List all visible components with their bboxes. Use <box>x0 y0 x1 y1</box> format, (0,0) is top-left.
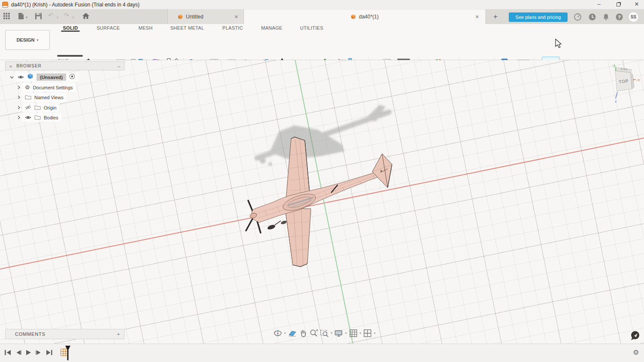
chevron-down-icon[interactable] <box>9 76 15 79</box>
see-plans-button[interactable]: See plans and pricing <box>509 12 568 22</box>
fusion-app-icon <box>2 2 8 8</box>
viewcube[interactable]: BACK TOP Y -X Z <box>605 64 641 106</box>
chevron-right-icon[interactable] <box>16 106 22 110</box>
extensions-icon[interactable] <box>574 13 581 20</box>
close-button[interactable]: ✕ <box>630 0 643 9</box>
file-menu-caret-icon[interactable]: ▾ <box>26 15 27 19</box>
timeline-bar: ⚙ <box>0 344 644 362</box>
home-icon[interactable] <box>82 13 89 21</box>
tree-item-label[interactable]: Named Views <box>34 95 64 100</box>
titlebar: da40*(1) (Krish) - Autodesk Fusion (Tria… <box>0 0 644 9</box>
ribbon-tab-utilities[interactable]: UTILITIES <box>300 25 323 30</box>
visibility-off-eye-icon[interactable] <box>25 104 31 112</box>
restore-icon <box>617 3 620 6</box>
app-grid-icon[interactable] <box>3 13 10 21</box>
y-axis-indicator <box>614 64 616 71</box>
viewcube-z-label: Z <box>615 100 617 103</box>
zoom-window-icon[interactable] <box>320 328 329 338</box>
file-menu-icon[interactable] <box>18 13 24 21</box>
folder-icon <box>34 104 41 112</box>
ribbon-tab-sheet-metal[interactable]: SHEET METAL <box>170 25 204 30</box>
ribbon-tab-solid[interactable]: SOLID <box>63 25 78 30</box>
save-icon[interactable] <box>35 13 42 21</box>
browser-title: BROWSER <box>16 64 118 68</box>
redo-icon[interactable]: ↷ <box>64 12 69 19</box>
chevron-right-icon[interactable] <box>16 116 22 119</box>
minimize-button[interactable]: – <box>592 0 605 9</box>
viewports-caret-icon[interactable]: ▾ <box>374 332 376 335</box>
minimize-panel-icon[interactable]: – <box>118 64 120 69</box>
tree-item-label[interactable]: Bodies <box>44 115 58 120</box>
grid-display-caret-icon[interactable]: ▾ <box>360 332 361 335</box>
tree-row-bodies[interactable]: Bodies <box>16 113 61 122</box>
gear-icon: ⚙ <box>25 84 30 91</box>
root-document-label[interactable]: (Unsaved) <box>36 73 66 81</box>
zoom-window-caret-icon[interactable]: ▾ <box>331 332 333 335</box>
tree-row-named-views[interactable]: Named Views <box>16 93 67 102</box>
component-cube-icon <box>27 73 33 81</box>
play-button[interactable] <box>25 349 33 357</box>
browser-header[interactable]: « BROWSER – <box>5 61 125 70</box>
step-back-button[interactable] <box>15 349 22 357</box>
tree-item-label[interactable]: Document Settings <box>33 85 73 90</box>
look-at-icon[interactable] <box>288 328 297 338</box>
undo-caret-icon[interactable]: ▾ <box>57 15 58 19</box>
go-to-end-button[interactable] <box>46 349 53 357</box>
notifications-icon[interactable] <box>602 13 609 20</box>
zoom-icon[interactable] <box>309 328 319 338</box>
ribbon-tab-plastic[interactable]: PLASTIC <box>222 25 243 30</box>
z-axis-indicator <box>616 92 617 98</box>
grid-display-icon[interactable] <box>349 328 358 338</box>
feedback-bubble-icon[interactable] <box>630 331 640 342</box>
display-settings-caret-icon[interactable]: ▾ <box>345 332 347 335</box>
visibility-eye-icon[interactable] <box>18 73 24 81</box>
chevron-right-icon[interactable] <box>16 85 22 89</box>
step-forward-button[interactable] <box>35 349 43 357</box>
window-title: da40*(1) (Krish) - Autodesk Fusion (Tria… <box>11 2 140 8</box>
folder-icon <box>25 94 31 101</box>
restore-button[interactable] <box>612 0 625 9</box>
comments-panel[interactable]: COMMENTS + <box>5 329 125 339</box>
orbit-icon[interactable] <box>273 328 283 338</box>
visibility-eye-icon[interactable] <box>25 114 31 122</box>
go-to-start-button[interactable] <box>4 349 12 357</box>
timeline-position-marker[interactable] <box>64 346 71 362</box>
fuselage <box>252 169 390 222</box>
undo-icon[interactable]: ↶ <box>48 12 54 19</box>
viewcube-top-face-label: BACK <box>620 67 628 71</box>
tree-row-origin[interactable]: Origin <box>16 103 59 112</box>
user-avatar[interactable]: SS <box>628 12 639 22</box>
design-workspace-menu[interactable]: DESIGN ▾ <box>5 30 50 50</box>
viewcube-x-label: -X <box>636 78 640 82</box>
active-tool-indicator <box>57 55 83 57</box>
ribbon-tab-surface[interactable]: SURFACE <box>97 25 120 30</box>
canvas-viewport[interactable]: « BROWSER – (Unsaved) ⚙ Document Setting… <box>0 60 644 344</box>
airplane-model[interactable] <box>0 60 644 344</box>
redo-caret-icon[interactable]: ▾ <box>72 15 74 19</box>
design-caret-icon: ▾ <box>37 38 39 42</box>
orbit-caret-icon[interactable]: ▾ <box>284 332 286 335</box>
pan-icon[interactable] <box>298 328 308 338</box>
document-tab-active[interactable]: da40*(1) ✕ <box>244 9 485 24</box>
viewports-icon[interactable] <box>363 328 372 338</box>
new-tab-button[interactable]: + <box>490 12 501 22</box>
timeline-settings-gear-icon[interactable]: ⚙ <box>633 348 639 356</box>
tree-item-label[interactable]: Origin <box>44 105 56 110</box>
activate-radio-icon[interactable] <box>69 73 75 81</box>
tree-row-document-settings[interactable]: ⚙ Document Settings <box>16 83 76 92</box>
add-comment-icon[interactable]: + <box>117 332 120 337</box>
display-settings-icon[interactable] <box>334 328 343 338</box>
tab-close-icon[interactable]: ✕ <box>234 14 238 20</box>
help-icon[interactable]: ? <box>616 13 623 20</box>
viewcube-y-label: Y <box>612 64 614 67</box>
chevron-right-icon[interactable] <box>16 95 22 99</box>
tab-label: da40*(1) <box>359 14 379 20</box>
collapse-panel-icon[interactable]: « <box>9 64 12 69</box>
document-tab-untitled[interactable]: Untitled ✕ <box>167 9 244 24</box>
document-icon <box>350 14 356 20</box>
ribbon-tab-manage[interactable]: MANAGE <box>261 25 282 30</box>
tab-close-icon[interactable]: ✕ <box>475 14 479 20</box>
tree-row-root[interactable]: (Unsaved) <box>9 73 78 82</box>
ribbon-tab-mesh[interactable]: MESH <box>139 25 153 30</box>
job-status-icon[interactable] <box>589 13 595 20</box>
